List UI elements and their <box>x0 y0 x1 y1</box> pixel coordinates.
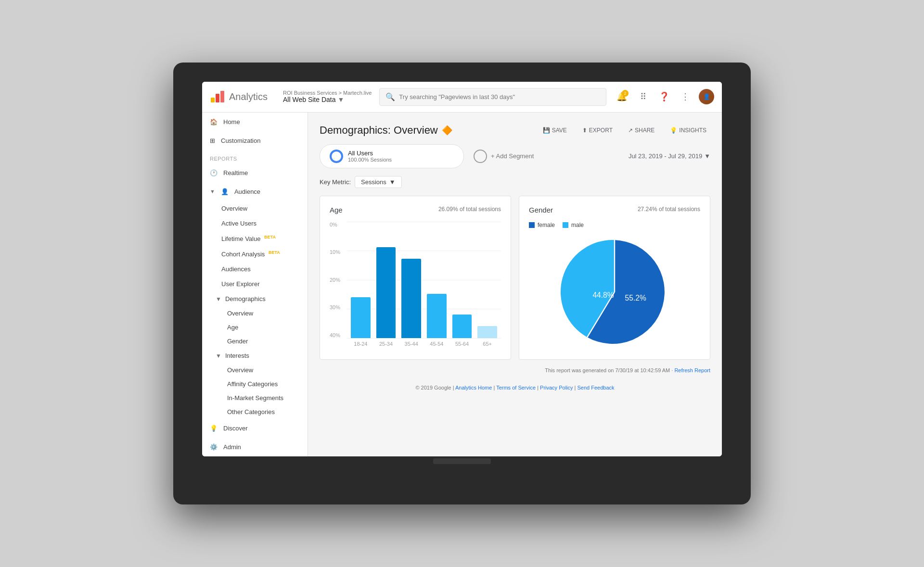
bar-group-18-24 <box>351 222 371 338</box>
property-selector[interactable]: ROI Business Services > Martech.live All… <box>283 90 372 103</box>
add-segment-button[interactable]: + Add Segment <box>464 145 608 168</box>
sidebar-sub-cohort-analysis[interactable]: Cohort Analysis BETA <box>202 246 308 262</box>
x-label-45-54: 45-54 <box>427 341 447 347</box>
x-label-25-34: 25-34 <box>376 341 396 347</box>
sidebar-sub-in-market-segments[interactable]: In-Market Segments <box>202 391 308 405</box>
bar-65+ <box>477 326 497 338</box>
sidebar-sub-demographics-overview[interactable]: Overview <box>202 306 308 320</box>
sidebar-group-demographics[interactable]: ▼ Demographics <box>202 291 308 306</box>
bar-group-65+ <box>477 222 497 338</box>
x-label-65+: 65+ <box>477 341 497 347</box>
main-content: Demographics: Overview 🔶 💾 SAVE ⬆ EXPORT <box>308 113 722 457</box>
bar-18-24 <box>351 297 371 338</box>
bar-25-34 <box>376 247 396 338</box>
svg-rect-0 <box>211 98 215 102</box>
help-button[interactable]: ❓ <box>656 89 672 104</box>
page-footer: © 2019 Google | Analytics Home | Terms o… <box>320 381 710 394</box>
gender-chart-card: Gender 27.24% of total sessions female <box>519 196 710 360</box>
pie-chart-container: female male <box>529 222 700 350</box>
top-nav-actions: 🔔 2 ⠿ ❓ ⋮ 👤 <box>614 89 714 104</box>
x-label-55-64: 55-64 <box>452 341 472 347</box>
age-bar-chart: 40% 30% 20% 10% 0% <box>330 222 501 347</box>
key-metric-row: Key Metric: Sessions ▼ <box>320 176 710 188</box>
svg-rect-2 <box>220 91 224 102</box>
sidebar-item-realtime[interactable]: 🕐 Realtime <box>202 164 308 182</box>
save-button[interactable]: 💾 SAVE <box>539 125 571 136</box>
reports-section-label: REPORTS <box>202 150 308 164</box>
x-label-18-24: 18-24 <box>351 341 371 347</box>
bar-45-54 <box>427 294 447 338</box>
bars-container <box>347 222 501 338</box>
grid-line <box>347 338 501 339</box>
insights-icon: 💡 <box>670 127 677 134</box>
y-axis-labels: 40% 30% 20% 10% 0% <box>330 222 345 338</box>
export-icon: ⬆ <box>582 127 587 134</box>
sidebar-sub-audiences[interactable]: Audiences <box>202 262 308 277</box>
user-avatar[interactable]: 👤 <box>699 89 714 104</box>
all-users-segment[interactable]: All Users 100.00% Sessions <box>320 144 464 168</box>
top-nav: Analytics ROI Business Services > Martec… <box>202 82 722 113</box>
share-icon: ↗ <box>628 127 633 134</box>
pie-legend: female male <box>529 222 584 228</box>
share-button[interactable]: ↗ SHARE <box>624 125 658 136</box>
x-label-35-44: 35-44 <box>401 341 421 347</box>
sidebar-sub-demographics-gender[interactable]: Gender <box>202 334 308 348</box>
notifications-button[interactable]: 🔔 2 <box>614 89 629 104</box>
age-chart-header: Age 26.09% of total sessions <box>330 206 501 214</box>
bar-55-64 <box>452 315 472 338</box>
sidebar-sub-other-categories[interactable]: Other Categories <box>202 405 308 419</box>
gender-chart-header: Gender 27.24% of total sessions <box>529 206 700 214</box>
chevron-down-icon: ▼ <box>389 178 396 186</box>
sidebar-sub-interests-overview[interactable]: Overview <box>202 363 308 377</box>
add-segment-circle <box>474 150 487 163</box>
key-metric-label: Key Metric: <box>320 178 351 186</box>
save-icon: 💾 <box>543 127 550 134</box>
sidebar-group-interests[interactable]: ▼ Interests <box>202 348 308 363</box>
date-range-selector[interactable]: Jul 23, 2019 - Jul 29, 2019 ▼ <box>629 152 710 160</box>
age-chart-subtitle: 26.09% of total sessions <box>438 206 501 213</box>
insights-button[interactable]: 💡 INSIGHTS <box>666 125 710 136</box>
notification-badge: 2 <box>622 90 629 97</box>
segments-bar: All Users 100.00% Sessions + Add Segment… <box>320 144 710 168</box>
sidebar-item-home[interactable]: 🏠 Home <box>202 113 308 131</box>
sidebar-item-audience[interactable]: ▼ 👤 Audience <box>202 182 308 201</box>
beta-badge-lifetime: BETA <box>264 235 276 239</box>
metric-select[interactable]: Sessions ▼ <box>355 176 402 188</box>
terms-link[interactable]: Terms of Service <box>496 385 536 391</box>
sidebar-sub-user-explorer[interactable]: User Explorer <box>202 277 308 291</box>
more-options-button[interactable]: ⋮ <box>678 89 693 104</box>
x-axis-labels: 18-2425-3435-4445-5455-6465+ <box>347 338 501 347</box>
page-actions: 💾 SAVE ⬆ EXPORT ↗ SHARE 💡 <box>539 125 710 136</box>
search-input[interactable] <box>399 93 600 101</box>
property-name[interactable]: All Web Site Data ▼ <box>283 96 372 103</box>
sidebar-sub-demographics-age[interactable]: Age <box>202 320 308 334</box>
sidebar-item-admin[interactable]: ⚙️ Admin <box>202 438 308 456</box>
sidebar-sub-affinity-categories[interactable]: Affinity Categories <box>202 377 308 391</box>
privacy-link[interactable]: Privacy Policy <box>540 385 573 391</box>
bar-group-45-54 <box>427 222 447 338</box>
male-legend-dot <box>563 222 568 228</box>
refresh-report-link[interactable]: Refresh Report <box>674 367 710 373</box>
charts-row: Age 26.09% of total sessions 40% 30% 20%… <box>320 196 710 360</box>
apps-button[interactable]: ⠿ <box>635 89 651 104</box>
analytics-logo-icon <box>210 89 225 104</box>
export-button[interactable]: ⬆ EXPORT <box>578 125 616 136</box>
segment-circle-icon <box>330 150 343 163</box>
property-breadcrumb: ROI Business Services > Martech.live <box>283 90 372 96</box>
pie-chart-svg: 44.8% 55.2% <box>557 234 672 350</box>
bar-35-44 <box>401 259 421 338</box>
sidebar-sub-active-users[interactable]: Active Users <box>202 216 308 231</box>
sidebar-item-customization[interactable]: ⊞ Customization <box>202 131 308 150</box>
sidebar-sub-lifetime-value[interactable]: Lifetime Value BETA <box>202 231 308 246</box>
analytics-home-link[interactable]: Analytics Home <box>455 385 492 391</box>
sidebar-sub-overview[interactable]: Overview <box>202 201 308 216</box>
svg-rect-1 <box>216 94 219 102</box>
report-footer: This report was generated on 7/30/19 at … <box>320 367 710 373</box>
verified-icon: 🔶 <box>442 125 452 136</box>
home-icon: 🏠 <box>210 118 218 126</box>
beta-badge-cohort: BETA <box>269 250 280 255</box>
sidebar-item-discover[interactable]: 💡 Discover <box>202 419 308 438</box>
logo-area: Analytics <box>210 89 268 104</box>
search-bar[interactable]: 🔍 <box>379 88 606 106</box>
feedback-link[interactable]: Send Feedback <box>578 385 615 391</box>
